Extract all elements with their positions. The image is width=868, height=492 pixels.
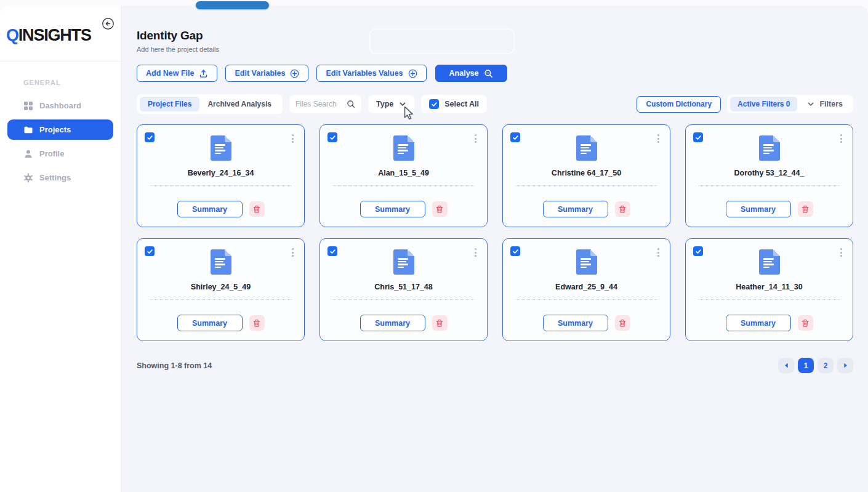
gear-icon [23,173,33,183]
add-new-file-button[interactable]: Add New File [137,65,217,82]
type-dropdown[interactable]: Type [368,95,414,113]
card-divider [333,299,474,300]
trash-icon [252,205,261,214]
card-actions: Summary [177,201,265,217]
card-menu-icon[interactable] [291,247,295,258]
file-card[interactable]: Edward_25_9_44 Summary [502,238,670,341]
file-name: Dorothy 53_12_44_ [734,169,805,177]
summary-button[interactable]: Summary [360,201,425,217]
file-card[interactable]: Alan_15_5_49 Summary [319,124,488,227]
edit-variables-values-label: Edit Variables Values [326,69,403,78]
app-window: QINSIGHTS GENERAL Dashboard [0,6,868,492]
card-menu-icon[interactable] [839,133,843,144]
card-menu-icon[interactable] [656,247,661,258]
files-search-input[interactable] [295,100,344,108]
right-triangle-icon [843,363,848,368]
sidebar-item-profile[interactable]: Profile [7,143,113,164]
file-checkbox[interactable] [510,132,520,142]
analyse-label: Analyse [449,69,479,78]
card-actions: Summary [360,201,448,217]
trash-icon [801,205,810,214]
card-menu-icon[interactable] [473,247,478,258]
filters-toggle[interactable]: Filters [807,100,850,108]
sidebar-item-projects[interactable]: Projects [7,119,113,140]
document-icon [576,135,597,161]
select-all-control[interactable]: Select All [421,95,487,113]
analyse-button[interactable]: Analyse [435,65,507,82]
page-button-1[interactable]: 1 [798,358,814,373]
page-title: Identity Gap [137,29,853,42]
page-button-2[interactable]: 2 [818,358,834,373]
delete-file-button[interactable] [249,201,265,217]
file-checkbox[interactable] [328,132,337,142]
filter-bar-right: Custom Dictionary Active Filters 0 Filte… [637,95,853,113]
summary-button[interactable]: Summary [543,201,608,217]
file-checkbox[interactable] [145,246,155,256]
prev-page-button[interactable] [778,358,794,373]
file-card[interactable]: Chris_51_17_48 Summary [319,238,488,341]
active-filters-badge[interactable]: Active Filters 0 [730,97,797,111]
document-icon [211,249,231,275]
tab-project-files[interactable]: Project Files [140,97,199,111]
file-card[interactable]: Beverly_24_16_34 Summary [137,124,305,227]
file-card[interactable]: Shirley_24_5_49 Summary [137,238,305,341]
delete-file-button[interactable] [615,315,630,331]
trash-icon [252,319,261,328]
edit-variables-values-button[interactable]: Edit Variables Values [316,65,426,82]
sidebar-item-label: Settings [39,173,71,182]
card-divider [333,185,474,186]
delete-file-button[interactable] [432,201,448,217]
summary-button[interactable]: Summary [726,315,791,331]
edit-variables-label: Edit Variables [235,69,285,78]
file-card[interactable]: Dorothy 53_12_44_ Summary [685,124,853,227]
plus-circle-icon [408,69,417,78]
select-all-checkbox[interactable] [429,99,439,109]
select-all-label: Select All [444,100,479,108]
next-page-button[interactable] [837,358,853,373]
file-checkbox[interactable] [145,132,155,142]
card-menu-icon[interactable] [839,247,843,258]
file-name: Heather_14_11_30 [736,283,802,291]
sidebar-item-settings[interactable]: Settings [7,167,113,188]
logo-rest: INSIGHTS [18,26,91,44]
document-icon [759,135,780,161]
collapse-sidebar-button[interactable] [102,17,115,30]
summary-button[interactable]: Summary [360,315,425,331]
summary-button[interactable]: Summary [726,201,791,217]
delete-file-button[interactable] [249,315,265,331]
delete-file-button[interactable] [615,201,630,217]
delete-file-button[interactable] [432,315,448,331]
sidebar-nav: Dashboard Projects Profile [0,95,121,188]
files-search-box [289,95,361,113]
card-divider [150,185,291,186]
delete-file-button[interactable] [798,201,813,217]
card-divider [699,299,840,300]
grid-icon [23,101,33,111]
file-checkbox[interactable] [693,246,703,256]
card-actions: Summary [543,201,630,217]
card-menu-icon[interactable] [473,133,478,144]
search-icon[interactable] [347,100,355,108]
summary-button[interactable]: Summary [543,315,608,331]
delete-file-button[interactable] [798,315,813,331]
sidebar-item-dashboard[interactable]: Dashboard [7,95,113,116]
sidebar-item-label: Projects [39,125,71,134]
file-checkbox[interactable] [693,132,703,142]
tab-archived-analysis[interactable]: Archived Analysis [199,97,279,111]
file-checkbox[interactable] [328,246,337,256]
custom-dictionary-button[interactable]: Custom Dictionary [637,96,721,113]
file-card[interactable]: Christine 64_17_50 Summary [502,124,670,227]
file-card[interactable]: Heather_14_11_30 Summary [685,238,853,341]
list-footer: Showing 1-8 from 14 1 2 [137,358,853,373]
trash-icon [618,319,627,328]
edit-variables-button[interactable]: Edit Variables [225,65,308,82]
trash-icon [435,205,444,214]
file-name: Beverly_24_16_34 [188,169,254,177]
summary-button[interactable]: Summary [177,201,243,217]
card-menu-icon[interactable] [656,133,661,144]
summary-button[interactable]: Summary [177,315,243,331]
file-checkbox[interactable] [510,246,520,256]
app-logo: QINSIGHTS [6,26,91,45]
files-grid: Beverly_24_16_34 Summary Alan_15_5_49 Su… [137,124,853,341]
card-menu-icon[interactable] [291,133,295,144]
